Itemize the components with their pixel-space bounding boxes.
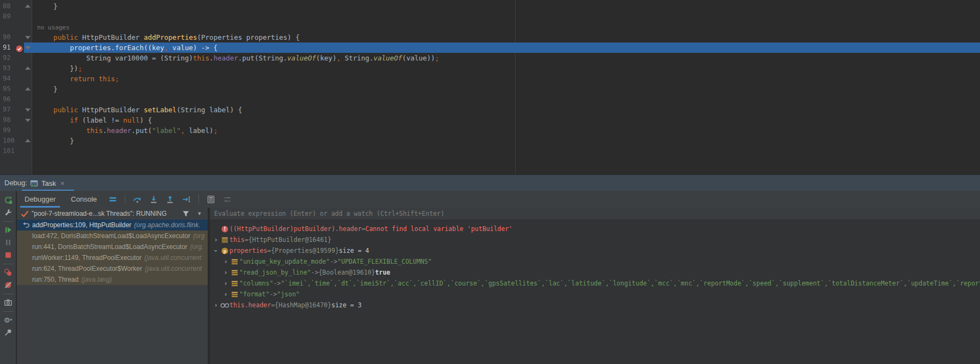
code-line[interactable]: 101: [0, 146, 980, 156]
variable-row[interactable]: ›"read_json_by_line" -> {Boolean@19610} …: [210, 267, 980, 278]
frame-row[interactable]: run:624, ThreadPoolExecutor$Worker(java.…: [17, 263, 208, 274]
code-line[interactable]: 100 }: [0, 136, 980, 146]
filter-threads-icon[interactable]: [182, 209, 190, 218]
code-line[interactable]: 91 properties.forEach((key, value) -> {: [0, 43, 980, 53]
frame-row[interactable]: load:472, DorisBatchStreamLoad$LoadAsync…: [17, 230, 208, 241]
breakpoint-slot[interactable]: [15, 84, 23, 94]
code-line[interactable]: 93 });: [0, 63, 980, 74]
breakpoint-slot[interactable]: [15, 43, 23, 53]
stop-icon[interactable]: [4, 251, 13, 259]
chevron-right-icon[interactable]: ›: [222, 280, 229, 287]
fold-marker-icon[interactable]: [25, 139, 31, 142]
code-line[interactable]: 90 public HttpPutBuilder addProperties(P…: [0, 32, 980, 43]
chevron-right-icon[interactable]: ›: [212, 236, 220, 244]
variable-row[interactable]: !((HttpPutBuilder)putBuilder).header = C…: [210, 223, 980, 234]
step-over-icon[interactable]: [133, 195, 142, 204]
variables-panel[interactable]: Evaluate expression (Enter) or add a wat…: [210, 208, 980, 364]
fold-marker-icon[interactable]: [25, 108, 31, 112]
camera-icon[interactable]: [4, 298, 13, 307]
fold-slot[interactable]: [23, 94, 32, 105]
breakpoint-slot[interactable]: [15, 146, 23, 156]
fold-slot[interactable]: [23, 115, 32, 125]
chevron-down-icon[interactable]: ▼: [197, 209, 202, 218]
evaluate-icon[interactable]: [207, 195, 215, 204]
evaluate-expression-input[interactable]: Evaluate expression (Enter) or add a wat…: [210, 208, 980, 220]
fold-slot[interactable]: [23, 1, 32, 11]
fold-slot[interactable]: [23, 63, 32, 74]
variable-row[interactable]: ›this.header = {HashMap@16470} size = 3: [210, 300, 980, 311]
code-line[interactable]: 96: [0, 94, 980, 105]
breakpoint-slot[interactable]: [15, 11, 23, 22]
code-line[interactable]: 88 }: [0, 1, 980, 11]
frame-row[interactable]: run:441, DorisBatchStreamLoad$LoadAsyncE…: [17, 241, 208, 252]
close-tab-icon[interactable]: ×: [61, 179, 65, 187]
fold-slot[interactable]: [23, 32, 32, 43]
wrench-icon[interactable]: [4, 208, 13, 217]
tab-debugger[interactable]: Debugger: [17, 191, 63, 208]
fold-marker-icon[interactable]: [25, 66, 31, 70]
fold-slot[interactable]: [23, 146, 32, 156]
chevron-right-icon[interactable]: ›: [222, 290, 229, 298]
variable-row[interactable]: ›pproperties = {Properties@19599} size =…: [210, 245, 980, 256]
pin-icon[interactable]: [4, 328, 13, 337]
frames-panel[interactable]: "pool-7-streamload-e...sk Threads": RUNN…: [17, 208, 209, 364]
code-line[interactable]: no usages: [0, 22, 980, 32]
code-editor[interactable]: 88 }89no usages90 public HttpPutBuilder …: [0, 0, 980, 174]
variable-row[interactable]: ›"format" -> "json": [210, 289, 980, 300]
tab-task[interactable]: Task ×: [25, 175, 69, 191]
breakpoint-slot[interactable]: [15, 32, 23, 43]
chevron-down-icon[interactable]: ›: [212, 247, 220, 254]
fold-marker-icon[interactable]: [25, 4, 31, 8]
chevron-right-icon[interactable]: ›: [222, 269, 229, 276]
code-line[interactable]: 99 this.header.put("label", label);: [0, 125, 980, 136]
fold-slot[interactable]: [23, 84, 32, 94]
fold-slot[interactable]: [23, 22, 32, 32]
fold-slot[interactable]: [23, 11, 32, 22]
breakpoint-slot[interactable]: [15, 63, 23, 74]
breakpoint-slot[interactable]: [15, 115, 23, 125]
breakpoint-slot[interactable]: [15, 53, 23, 63]
mute-breakpoints-icon[interactable]: [4, 281, 13, 289]
fold-slot[interactable]: [23, 105, 32, 115]
breakpoint-slot[interactable]: [15, 125, 23, 136]
code-line[interactable]: 92 String var10000 = (String)this.header…: [0, 53, 980, 63]
tab-console[interactable]: Console: [63, 191, 105, 208]
resume-icon[interactable]: [4, 226, 13, 234]
menu-icon[interactable]: [108, 195, 117, 204]
layout-icon[interactable]: [223, 195, 232, 204]
fold-marker-icon[interactable]: [25, 87, 31, 90]
breakpoint-slot[interactable]: [15, 136, 23, 146]
breakpoint-slot[interactable]: [15, 105, 23, 115]
frame-row[interactable]: runWorker:1149, ThreadPoolExecutor(java.…: [17, 252, 208, 263]
rerun-icon[interactable]: [4, 196, 13, 204]
fold-slot[interactable]: [23, 136, 32, 146]
code-line[interactable]: 98 if (label != null) {: [0, 115, 980, 125]
code-line[interactable]: 89: [0, 11, 980, 22]
chevron-right-icon[interactable]: ›: [222, 258, 229, 265]
fold-slot[interactable]: [23, 53, 32, 63]
fold-marker-icon[interactable]: [25, 36, 31, 39]
breakpoint-slot[interactable]: [15, 22, 23, 32]
fold-slot[interactable]: [23, 43, 32, 53]
step-into-icon[interactable]: [149, 195, 158, 204]
thread-selector[interactable]: "pool-7-streamload-e...sk Threads": RUNN…: [17, 208, 208, 220]
breakpoint-slot[interactable]: [15, 1, 23, 11]
gear-icon[interactable]: ⚙▾: [4, 316, 13, 324]
chevron-right-icon[interactable]: ›: [212, 301, 220, 309]
fold-slot[interactable]: [23, 74, 32, 84]
variable-row[interactable]: ›"columns" -> "`imei`,`time`,`dt`,`imeiS…: [210, 278, 980, 289]
frame-row[interactable]: addProperties:109, HttpPutBuilder(org.ap…: [17, 220, 208, 230]
code-line[interactable]: 94 return this;: [0, 74, 980, 84]
fold-marker-icon[interactable]: [25, 46, 31, 50]
frame-row[interactable]: run:750, Thread(java.lang): [17, 274, 208, 285]
fold-marker-icon[interactable]: [25, 119, 31, 122]
view-breakpoints-icon[interactable]: [4, 268, 13, 277]
code-line[interactable]: 95 }: [0, 84, 980, 94]
variable-row[interactable]: ›"unique_key_update_mode" -> "UPDATE_FLE…: [210, 256, 980, 267]
fold-slot[interactable]: [23, 125, 32, 136]
variable-row[interactable]: ›this = {HttpPutBuilder@16461}: [210, 234, 980, 245]
step-out-icon[interactable]: [166, 195, 174, 204]
breakpoint-slot[interactable]: [15, 94, 23, 105]
run-to-cursor-icon[interactable]: [182, 195, 191, 204]
pause-icon[interactable]: [4, 238, 13, 247]
